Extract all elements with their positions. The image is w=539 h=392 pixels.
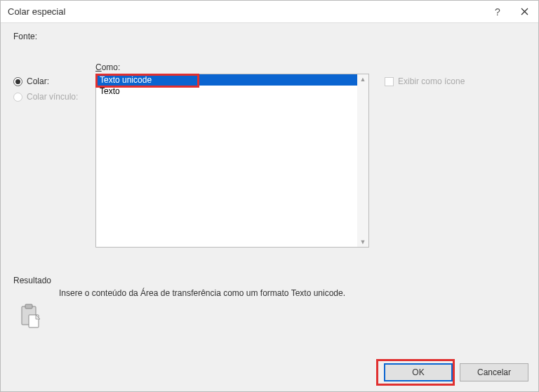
- radio-paste-link: Colar vínculo:: [13, 92, 87, 102]
- list-item[interactable]: Texto: [96, 86, 357, 97]
- right-column: Exibir como ícone: [378, 62, 465, 86]
- radio-paste-label: Colar:: [27, 76, 49, 86]
- help-icon[interactable]: ?: [491, 6, 505, 18]
- dialog-title: Colar especial: [8, 6, 65, 17]
- result-section: Resultado Insere o conteúdo da Área de t…: [13, 276, 526, 331]
- radio-group: Colar: Colar vínculo:: [13, 62, 87, 102]
- radio-icon: [13, 93, 22, 102]
- format-listbox[interactable]: Texto unicode Texto ▲ ▼: [95, 74, 369, 248]
- titlebar: Colar especial ?: [1, 1, 538, 23]
- as-label: Como:: [95, 62, 369, 72]
- display-as-icon-label: Exibir como ícone: [398, 76, 465, 86]
- dialog-window: Colar especial ? Fonte: Colar: Colar vín…: [0, 0, 539, 392]
- clipboard-icon: [20, 304, 41, 331]
- scroll-up-icon[interactable]: ▲: [359, 74, 368, 84]
- result-row: [13, 304, 526, 331]
- cancel-button[interactable]: Cancelar: [460, 363, 528, 381]
- main-row: Colar: Colar vínculo: Como: Texto unicod…: [13, 62, 526, 248]
- scrollbar[interactable]: ▲ ▼: [357, 74, 368, 247]
- scroll-down-icon[interactable]: ▼: [359, 237, 368, 247]
- button-bar: OK Cancelar: [1, 353, 538, 391]
- list-item[interactable]: Texto unicode: [96, 74, 357, 86]
- radio-paste-link-label: Colar vínculo:: [27, 92, 78, 102]
- display-as-icon-checkbox: Exibir como ícone: [385, 76, 465, 86]
- result-label: Resultado: [13, 276, 526, 285]
- titlebar-controls: ?: [491, 6, 531, 18]
- list-column: Como: Texto unicode Texto ▲ ▼: [95, 62, 369, 248]
- checkbox-icon: [385, 77, 394, 86]
- radio-paste[interactable]: Colar:: [13, 76, 87, 86]
- svg-rect-3: [25, 304, 32, 309]
- listbox-inner: Texto unicode Texto: [96, 74, 357, 247]
- result-description: Insere o conteúdo da Área de transferênc…: [59, 288, 526, 298]
- dialog-content: Fonte: Colar: Colar vínculo: Como: Texto…: [1, 23, 538, 353]
- ok-button[interactable]: OK: [384, 363, 453, 381]
- source-label: Fonte:: [13, 32, 526, 41]
- close-icon[interactable]: [517, 6, 531, 18]
- radio-icon: [13, 77, 22, 86]
